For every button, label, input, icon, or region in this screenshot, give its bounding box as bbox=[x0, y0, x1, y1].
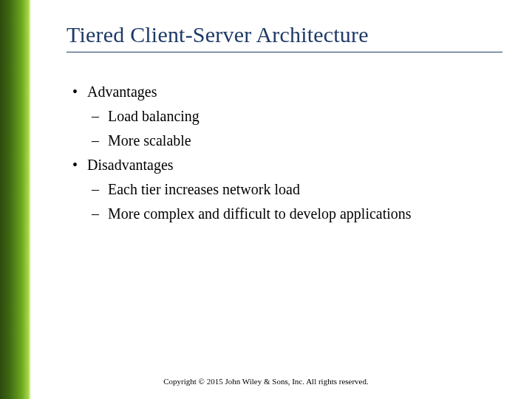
sub-bullet-text: More scalable bbox=[108, 132, 191, 149]
list-item: Advantages Load balancing More scalable bbox=[66, 81, 502, 152]
sub-bullet-list: Load balancing More scalable bbox=[87, 105, 502, 152]
sub-bullet-text: Load balancing bbox=[108, 108, 200, 124]
bullet-text: Disadvantages bbox=[87, 157, 174, 173]
decorative-sidebar bbox=[0, 0, 31, 399]
list-item: Each tier increases network load bbox=[87, 178, 502, 201]
list-item: Disadvantages Each tier increases networ… bbox=[66, 154, 502, 225]
list-item: More complex and difficult to develop ap… bbox=[87, 202, 502, 225]
slide-title: Tiered Client-Server Architecture bbox=[66, 22, 502, 52]
list-item: Load balancing bbox=[87, 105, 502, 128]
bullet-text: Advantages bbox=[87, 83, 157, 100]
copyright-footer: Copyright © 2015 John Wiley & Sons, Inc.… bbox=[0, 377, 532, 386]
sub-bullet-text: Each tier increases network load bbox=[108, 181, 300, 197]
slide-content: Tiered Client-Server Architecture Advant… bbox=[31, 0, 532, 399]
list-item: More scalable bbox=[87, 129, 502, 152]
sub-bullet-text: More complex and difficult to develop ap… bbox=[108, 205, 412, 222]
sub-bullet-list: Each tier increases network load More co… bbox=[87, 178, 502, 225]
bullet-list: Advantages Load balancing More scalable … bbox=[66, 81, 502, 225]
